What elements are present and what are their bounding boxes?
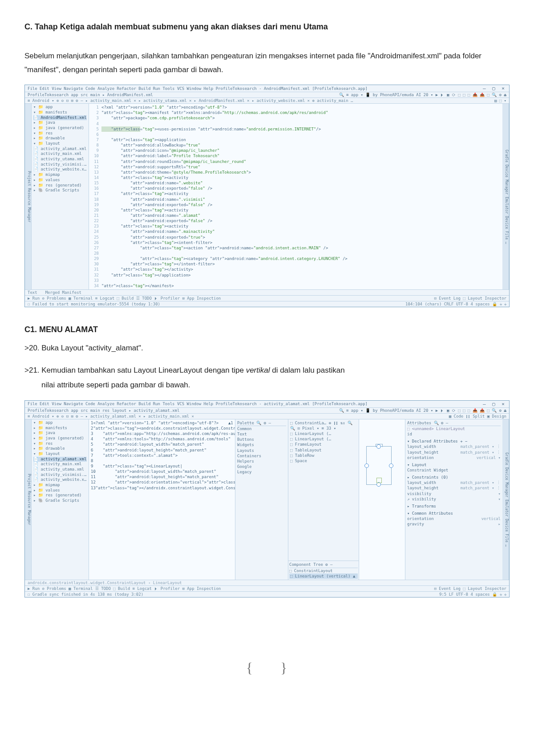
ide1-editor-tabs[interactable]: ≡ Android ▾ ⊕ ⊖ ⊟ ⊞ ⚙ – ▸ activity_main.… bbox=[28, 98, 353, 103]
project-item[interactable]: 📄 activity_main.xml bbox=[33, 462, 87, 467]
project-item[interactable]: ▸ 📁 drawable bbox=[33, 446, 87, 451]
code-line[interactable]: 11 "attr">android:roundIcon="@mipmap/ic_… bbox=[91, 159, 501, 164]
attribute-row[interactable]: orientationvertical ▾ bbox=[407, 455, 501, 460]
palette-item[interactable]: ⬚ TableRow bbox=[290, 453, 357, 458]
project-item[interactable]: 📄 activity_utama.xml bbox=[33, 157, 87, 162]
code-line[interactable]: 30 "attr">class="tag"></intent-filter> bbox=[91, 261, 501, 267]
ide2-toolbar-right[interactable]: 🔍 ≡ app ▾ 📱 by PhoneAPI/emuda AI 20 ▾ ▶ … bbox=[339, 408, 506, 413]
code-line[interactable]: 17 "attr">class="tag"><activity bbox=[91, 191, 501, 196]
palette-category[interactable]: Legacy bbox=[237, 469, 286, 475]
project-item[interactable]: ▾ 📁 res bbox=[33, 441, 87, 447]
code-line[interactable]: 15 "attr">android:name=".website" bbox=[91, 180, 501, 186]
attribute-row[interactable]: ▾ Common Attributes bbox=[407, 511, 501, 516]
palette-category[interactable]: Common bbox=[237, 426, 286, 431]
code-line[interactable]: 26 "attr">class="tag"><intent-filter> bbox=[91, 240, 501, 245]
code-line[interactable]: 33 bbox=[91, 278, 501, 283]
component-tree-item[interactable]: ⬚ ConstraintLayout bbox=[289, 568, 358, 573]
code-line[interactable]: 14 "attr">class="tag"><activity bbox=[91, 175, 501, 180]
window-controls[interactable]: – ▢ × bbox=[483, 401, 506, 407]
code-line[interactable]: 4 bbox=[91, 121, 501, 126]
palette-item[interactable]: ⬚ LinearLayout (… bbox=[290, 436, 357, 442]
code-line[interactable]: 8 "attr">android:allowBackup="true" bbox=[91, 142, 501, 148]
code-line[interactable]: 16 "attr">android:exported="false" /> bbox=[91, 186, 501, 191]
code-line[interactable]: 29 "attr">class="tag"><category "attr">a… bbox=[91, 256, 501, 261]
project-item[interactable]: ▸ 📁 values bbox=[33, 178, 87, 183]
project-item[interactable]: ▸ 📁 mipmap bbox=[33, 172, 87, 178]
ide1-editor-mode[interactable]: ▤ ⬚ ▾ bbox=[494, 98, 506, 103]
project-item[interactable]: ▸ 📁 mipmap bbox=[33, 483, 87, 488]
project-item[interactable]: ▸ 📁 res (generated) bbox=[33, 183, 87, 188]
code-line[interactable]: 8 bbox=[91, 458, 233, 463]
device-preview[interactable] bbox=[366, 446, 392, 485]
project-item[interactable]: 📄 activity_website.xml bbox=[33, 477, 87, 483]
code-line[interactable]: 3 "attr">package="com.cdp.profiletokosea… bbox=[91, 115, 501, 121]
ide1-project-pane[interactable]: ▾ 📁 app ▾ 📁 manifests 📄 AndroidManifest.… bbox=[32, 104, 89, 289]
project-item[interactable]: 📄 activity_visimisi.xml bbox=[33, 162, 87, 167]
palette-item[interactable]: ⬚ LinearLayout (… bbox=[290, 431, 357, 436]
project-item[interactable]: 📄 activity_website.xml bbox=[33, 167, 87, 172]
project-item[interactable]: 📄 activity_alamat.xml bbox=[33, 146, 87, 152]
ide2-project-pane[interactable]: ▾ 📁 app ▸ 📁 manifests ▸ 📁 java ▸ 📁 java … bbox=[32, 419, 89, 580]
window-controls[interactable]: – ▢ × bbox=[483, 85, 506, 91]
attribute-row[interactable]: ▾ Layout bbox=[407, 462, 501, 467]
ide1-tab-merged[interactable]: Merged Manifest bbox=[45, 290, 81, 295]
code-line[interactable]: 13"attr">class="tag"></androidx.constrai… bbox=[91, 485, 233, 491]
project-item[interactable]: ▸ 📁 values bbox=[33, 488, 87, 493]
code-line[interactable]: 13 "attr">android:theme="@style/Theme.Pr… bbox=[91, 170, 501, 175]
attribute-row[interactable]: ▸ Transforms bbox=[407, 504, 501, 509]
ide2-design-canvas[interactable] bbox=[359, 419, 405, 580]
project-item[interactable]: ▸ 📁 java bbox=[33, 431, 87, 436]
palette-category[interactable]: Buttons bbox=[237, 437, 286, 442]
attribute-row[interactable]: ▸ Constraints (0) bbox=[407, 475, 501, 480]
project-item[interactable]: 📄 activity_alamat.xml bbox=[33, 457, 87, 462]
project-item[interactable]: ▸ 📁 java (generated) bbox=[33, 126, 87, 131]
attribute-row[interactable]: layout_heightmatch_parent ▾ ⋮ bbox=[407, 485, 501, 491]
code-line[interactable]: 9 "attr">class="tag"><LinearLayout| bbox=[91, 463, 233, 469]
project-item[interactable]: ▾ 📁 app bbox=[33, 420, 87, 426]
ide2-editor-tabs[interactable]: ≡ Android ▾ ⊕ ⊖ ⊟ ⊞ ⚙ – ▸ activity_alama… bbox=[28, 414, 194, 419]
code-line[interactable]: 28 bbox=[91, 251, 501, 256]
ide2-attributes-panel[interactable]: Attributes 🔍 ⚙ – ⬚ <unnamed> LinearLayou… bbox=[405, 419, 502, 580]
attribute-row[interactable]: Constraint Widget bbox=[407, 467, 501, 473]
attribute-row[interactable]: layout_widthmatch_parent ▾ ⋮ bbox=[407, 480, 501, 485]
ide1-breadcrumb[interactable]: ProfileTokosearch app src main ▸ Android… bbox=[28, 93, 153, 97]
code-line[interactable]: 1<?xml "attr">version="1.0" "attr">encod… bbox=[91, 105, 501, 110]
ide1-right-bar[interactable]: Gradle Device Manager Emulator Device Fi… bbox=[502, 104, 509, 289]
attribute-row[interactable]: id bbox=[407, 431, 501, 437]
component-tree-item[interactable]: ⬚ LinearLayout (vertical) ▲ bbox=[289, 573, 358, 579]
palette-category[interactable]: Helpers bbox=[237, 459, 286, 464]
project-item[interactable]: 📄 activity_visimisi.xml bbox=[33, 472, 87, 478]
attribute-row[interactable]: layout_widthmatch_parent ▾ ⋮ bbox=[407, 444, 501, 449]
project-item[interactable]: ▸ 📁 manifests bbox=[33, 426, 87, 431]
code-line[interactable]: 12 "attr">android:orientation="vertical"… bbox=[91, 480, 233, 485]
code-line[interactable]: 2"attr">class="tag"><manifest "attr">xml… bbox=[91, 110, 501, 115]
project-item[interactable]: ▾ 📁 layout bbox=[33, 451, 87, 457]
code-line[interactable]: 9 "attr">android:icon="@mipmap/ic_launch… bbox=[91, 148, 501, 153]
attribute-row[interactable]: layout_heightmatch_parent ▾ ⋮ bbox=[407, 450, 501, 455]
code-line[interactable]: 4 "attr">xmlns:tools="http://schemas.and… bbox=[91, 436, 233, 442]
palette-item[interactable]: ⬚ ConstraintLa… ⊕ ⫿⫿ ⇅↕ 🔍 🔍 ⊡ Pixel ▾ ≡ … bbox=[290, 420, 357, 431]
project-item[interactable]: ▸ 📁 java bbox=[33, 120, 87, 126]
code-line[interactable]: 23 "attr">class="tag"><activity bbox=[91, 224, 501, 229]
code-line[interactable]: 6 bbox=[91, 132, 501, 137]
project-item[interactable]: ▸ 🐘 Gradle Scripts bbox=[33, 188, 87, 193]
palette-category[interactable]: Containers bbox=[237, 453, 286, 459]
palette-item[interactable]: ⬚ TableLayout bbox=[290, 447, 357, 453]
project-item[interactable]: ▾ 📁 app bbox=[33, 105, 87, 110]
code-line[interactable]: 2"attr">class="tag"><androidx.constraint… bbox=[91, 426, 233, 431]
code-line[interactable]: 5 "attr">class="tag"><uses-permission "a… bbox=[91, 126, 501, 132]
project-item[interactable]: 📄 activity_utama.xml bbox=[33, 467, 87, 472]
ide2-palette[interactable]: Palette 🔍 ⚙ – CommonTextButtonsWidgetsLa… bbox=[235, 419, 288, 580]
ide2-bottom-tools[interactable]: ▶ Run ⊘ Problems ▦ Terminal ☰ TODO ⬚ Bui… bbox=[28, 586, 221, 591]
code-line[interactable]: 3 "attr">xmlns:app="http://schemas.andro… bbox=[91, 431, 233, 436]
code-line[interactable]: 27 "attr">class="tag"><action "attr">and… bbox=[91, 245, 501, 251]
code-line[interactable]: 6 "attr">android:layout_height="match_pa… bbox=[91, 447, 233, 453]
code-line[interactable]: 10 "attr">android:label="Profile Tokosea… bbox=[91, 153, 501, 159]
code-line[interactable]: 25 "attr">android:exported="true"> bbox=[91, 235, 501, 240]
code-line[interactable]: 24 "attr">android:name=".mainactivity" bbox=[91, 229, 501, 234]
palette-item[interactable]: ⬚ Space bbox=[290, 458, 357, 463]
code-line[interactable]: 22 "attr">android:exported="false" /> bbox=[91, 218, 501, 224]
attribute-row[interactable]: orientationvertical bbox=[407, 516, 501, 521]
ide1-bottom-right[interactable]: ⊡ Event Log ⬚ Layout Inspector bbox=[434, 296, 506, 301]
ide2-toolwindow-bar[interactable]: Project Resource Manager bbox=[25, 419, 32, 580]
